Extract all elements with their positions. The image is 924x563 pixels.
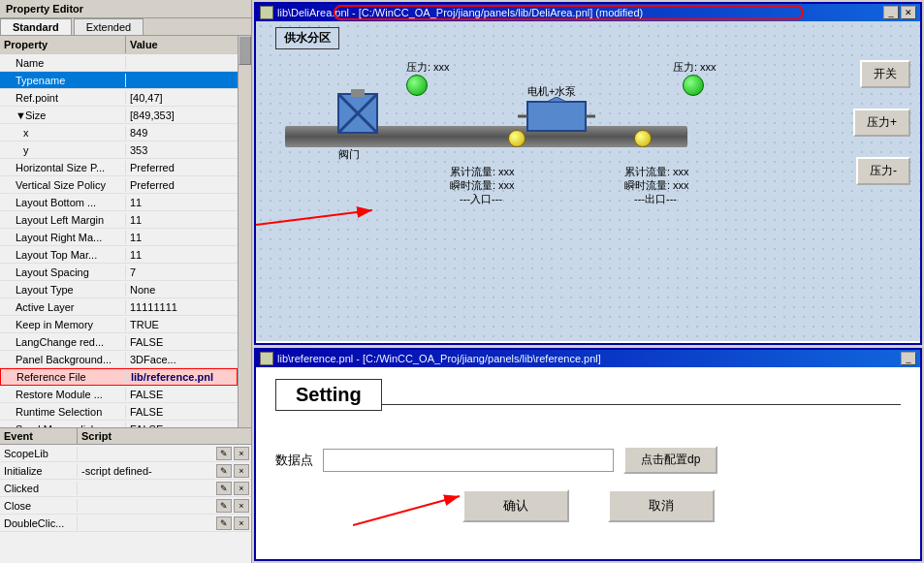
bottom-minimize-button[interactable]: _	[901, 352, 916, 365]
window-top: lib\DeliArea.pnl - [C:/WinCC_OA_Proj/jia…	[254, 2, 922, 345]
prop-row-lbottom[interactable]: Layout Bottom ... 11	[0, 194, 238, 211]
val-lleft: 11	[126, 213, 238, 227]
prop-row-restoremod[interactable]: Restore Module ... FALSE	[0, 386, 238, 403]
window-icon	[260, 6, 273, 19]
prop-row-reffile[interactable]: Reference File lib/reference.pnl	[0, 368, 238, 386]
val-lbottom: 11	[126, 196, 238, 209]
top-window-title: lib\DeliArea.pnl - [C:/WinCC_OA_Proj/jia…	[277, 7, 883, 18]
prop-row-sendmouse[interactable]: Send Mouseclick FALSE	[0, 421, 238, 427]
flow-dir-1: ---入口---	[460, 192, 502, 206]
top-window-titlebar: lib\DeliArea.pnl - [C:/WinCC_OA_Proj/jia…	[256, 4, 920, 21]
script-edit-btn-initialize[interactable]: ✎	[216, 464, 232, 478]
script-edit-btn-close[interactable]: ✎	[216, 499, 232, 513]
setting-title-line	[381, 404, 901, 405]
prop-row-hsize[interactable]: Horizontal Size P... Preferred	[0, 159, 238, 176]
header-value: Value	[126, 36, 238, 53]
prop-restoremod: Restore Module ...	[0, 388, 126, 401]
script-buttons-initialize: ✎ ×	[216, 464, 251, 478]
prop-typename: Typename	[0, 74, 126, 87]
val-sendmouse: FALSE	[126, 422, 238, 428]
prop-row-keepmem[interactable]: Keep in Memory TRUE	[0, 316, 238, 333]
prop-row-refpoint[interactable]: Ref.point [40,47]	[0, 89, 238, 107]
script-edit-btn-clicked[interactable]: ✎	[216, 482, 232, 495]
event-row-close[interactable]: Close ✎ ×	[0, 497, 251, 515]
val-y: 353	[126, 143, 238, 157]
prop-row-panbg[interactable]: Panel Background... 3DFace...	[0, 351, 238, 368]
prop-name: Name	[0, 56, 126, 70]
val-name	[126, 62, 238, 64]
confirm-button[interactable]: 确认	[462, 489, 569, 522]
val-ltop: 11	[126, 248, 238, 262]
prop-row-x[interactable]: x 849	[0, 124, 238, 141]
property-editor-title: Property Editor	[0, 0, 251, 18]
yellow-circle-1	[508, 130, 526, 147]
motor-pump-icon	[518, 97, 595, 138]
zone-label: 供水分区	[275, 27, 339, 49]
header-script: Script	[78, 428, 115, 444]
main-container: Property Editor Standard Extended Proper…	[0, 0, 924, 563]
flow-cum-2: 累计流量: xxx	[624, 165, 689, 179]
prop-row-lleft[interactable]: Layout Left Margin 11	[0, 211, 238, 229]
tab-extended[interactable]: Extended	[74, 18, 143, 35]
bottom-window-title: lib\reference.pnl - [C:/WinCC_OA_Proj/ji…	[277, 353, 901, 364]
prop-row-alayer[interactable]: Active Layer 11111111	[0, 298, 238, 316]
prop-row-y[interactable]: y 353	[0, 141, 238, 159]
val-vsize: Preferred	[126, 178, 238, 192]
bottom-window-icon	[260, 352, 273, 365]
script-clear-btn-close[interactable]: ×	[234, 499, 249, 513]
prop-row-vsize[interactable]: Vertical Size Policy Preferred	[0, 176, 238, 194]
script-buttons-scopelib: ✎ ×	[216, 447, 251, 460]
prop-row-lright[interactable]: Layout Right Ma... 11	[0, 229, 238, 246]
panel-btn-switch[interactable]: 开关	[860, 60, 910, 88]
script-edit-btn-scopelib[interactable]: ✎	[216, 447, 232, 460]
flow-instant-1: 瞬时流量: xxx	[450, 178, 515, 193]
script-clear-btn-scopelib[interactable]: ×	[234, 447, 249, 460]
prop-row-langchange[interactable]: LangChange red... FALSE	[0, 333, 238, 351]
prop-row-lspacing[interactable]: Layout Spacing 7	[0, 264, 238, 281]
panel-btn-pressure-minus[interactable]: 压力-	[856, 157, 910, 185]
prop-row-ltype[interactable]: Layout Type None	[0, 281, 238, 298]
events-panel: Event Script ScopeLib ✎ × Initialize -sc…	[0, 427, 251, 563]
prop-hsize: Horizontal Size P...	[0, 161, 126, 174]
cancel-button[interactable]: 取消	[608, 489, 715, 522]
property-table-wrapper: Property Value Name Typename Ref.point […	[0, 36, 251, 427]
event-row-scopelib[interactable]: ScopeLib ✎ ×	[0, 445, 251, 462]
prop-runtimesel: Runtime Selection	[0, 405, 126, 419]
prop-x: x	[0, 126, 126, 140]
val-size: [849,353]	[126, 109, 238, 122]
prop-lleft: Layout Left Margin	[0, 213, 126, 227]
val-reffile: lib/reference.pnl	[127, 370, 237, 384]
event-row-doubleclick[interactable]: DoubleClic... ✎ ×	[0, 515, 251, 532]
minimize-button[interactable]: _	[883, 6, 899, 19]
prop-row-typename[interactable]: Typename	[0, 72, 238, 89]
canvas-area: 供水分区 压力: xxx 压力: xxx	[256, 21, 920, 341]
event-row-initialize[interactable]: Initialize -script defined- ✎ ×	[0, 462, 251, 480]
prop-row-name[interactable]: Name	[0, 54, 238, 72]
datapoint-input[interactable]	[323, 449, 614, 472]
prop-row-runtimesel[interactable]: Runtime Selection FALSE	[0, 403, 238, 421]
event-close: Close	[0, 499, 78, 513]
event-scopelib: ScopeLib	[0, 447, 78, 460]
val-langchange: FALSE	[126, 335, 238, 349]
scrollbar-thumb[interactable]	[239, 36, 251, 65]
top-window-controls: _ ✕	[883, 6, 916, 19]
setting-row-datapoint: 数据点 点击配置dp	[275, 446, 901, 474]
config-dp-button[interactable]: 点击配置dp	[623, 446, 717, 474]
svg-marker-5	[547, 97, 566, 102]
val-panbg: 3DFace...	[126, 353, 238, 366]
script-clear-btn-doubleclick[interactable]: ×	[234, 516, 249, 530]
prop-row-ltop[interactable]: Layout Top Mar... 11	[0, 246, 238, 264]
panel-btn-pressure-plus[interactable]: 压力+	[853, 109, 910, 137]
prop-row-size[interactable]: ▼Size [849,353]	[0, 107, 238, 124]
script-clear-btn-clicked[interactable]: ×	[234, 482, 249, 495]
bottom-window-controls: _	[901, 352, 916, 365]
property-scrollbar[interactable]	[238, 36, 251, 427]
script-clear-btn-initialize[interactable]: ×	[234, 464, 249, 478]
script-edit-btn-doubleclick[interactable]: ✎	[216, 516, 232, 530]
close-button[interactable]: ✕	[901, 6, 916, 19]
event-row-clicked[interactable]: Clicked ✎ ×	[0, 480, 251, 497]
green-circle-2	[683, 75, 704, 96]
prop-ltype: Layout Type	[0, 283, 126, 297]
val-x: 849	[126, 126, 238, 140]
tab-standard[interactable]: Standard	[0, 18, 72, 35]
